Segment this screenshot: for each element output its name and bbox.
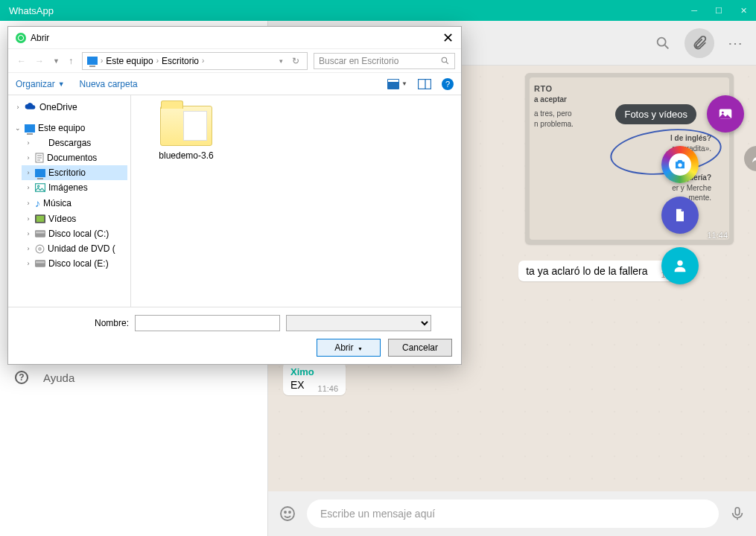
search-icon: [440, 56, 450, 66]
svg-point-21: [38, 185, 39, 187]
tree-descargas[interactable]: ›Descargas: [22, 135, 127, 150]
svg-point-4: [289, 511, 290, 513]
tree-este-equipo[interactable]: ⌄Este equipo: [11, 121, 127, 135]
svg-point-27: [39, 247, 41, 249]
search-icon[interactable]: [655, 35, 671, 51]
folder-icon: [160, 106, 212, 146]
svg-rect-23: [36, 216, 45, 222]
tree-dvd[interactable]: ›Unidad de DVD (: [22, 241, 127, 256]
fab-contact[interactable]: [661, 247, 699, 284]
monitor-icon: [87, 57, 98, 65]
tree-musica[interactable]: ›♪Música: [22, 195, 127, 211]
help-item[interactable]: ? Ayuda: [0, 360, 267, 395]
tree-disco-e[interactable]: ›Disco local (E:): [22, 256, 127, 271]
compose-bar: Escribe un mensaje aquí: [268, 491, 756, 536]
fab-photos[interactable]: [707, 95, 744, 133]
open-button[interactable]: Abrir ▼: [317, 339, 381, 357]
help-label: Ayuda: [43, 371, 74, 384]
tree-onedrive[interactable]: ›OneDrive: [11, 100, 127, 115]
chevron-down-icon[interactable]: ▼: [50, 56, 63, 66]
fab-document[interactable]: [661, 197, 699, 234]
svg-point-2: [281, 507, 294, 520]
folder-name: bluedemo-3.6: [159, 150, 213, 161]
help-icon: ?: [15, 371, 28, 384]
svg-point-8: [678, 163, 682, 167]
window-title: WhatsApp: [9, 5, 54, 16]
address-dropdown-icon[interactable]: ▾: [276, 56, 286, 66]
svg-point-3: [285, 511, 286, 513]
svg-point-0: [658, 37, 666, 45]
fab-label-photos: Fotos y vídeos: [615, 104, 696, 124]
svg-rect-25: [36, 232, 45, 233]
dialog-close-button[interactable]: ✕: [442, 30, 454, 46]
fab-camera[interactable]: [661, 146, 699, 183]
tree-videos[interactable]: ›Vídeos: [22, 211, 127, 226]
input-placeholder: Escribe un mensaje aquí: [320, 508, 435, 520]
search-input[interactable]: Buscar en Escritorio: [314, 53, 455, 69]
svg-rect-5: [735, 508, 740, 515]
svg-point-9: [677, 261, 682, 266]
menu-icon[interactable]: ⋯: [728, 34, 744, 52]
attach-button[interactable]: [684, 28, 714, 58]
tree-escritorio[interactable]: ›Escritorio: [22, 165, 127, 180]
sender-name: Ximo: [290, 366, 338, 377]
svg-point-10: [442, 57, 447, 63]
address-bar[interactable]: › Este equipo › Escritorio › ▾ ↻: [82, 52, 308, 70]
dialog-titlebar: Abrir ✕: [8, 27, 461, 49]
svg-rect-14: [419, 79, 431, 89]
nav-back-icon[interactable]: ←: [14, 54, 29, 68]
tree-imagenes[interactable]: ›Imágenes: [22, 180, 127, 195]
file-open-dialog: Abrir ✕ ← → ▼ ↑ › Este equipo › Escritor…: [7, 26, 462, 365]
organize-button[interactable]: Organizar ▼: [16, 79, 65, 89]
window-titlebar: WhatsApp ─ ☐ ✕: [0, 0, 756, 21]
svg-line-1: [665, 45, 669, 48]
close-window-button[interactable]: ✕: [740, 6, 747, 16]
filename-input[interactable]: [135, 315, 280, 331]
preview-pane-icon[interactable]: [418, 79, 431, 89]
view-mode-icon[interactable]: ▼: [387, 79, 407, 89]
help-icon[interactable]: ?: [442, 78, 454, 90]
whatsapp-icon: [16, 33, 26, 43]
mic-icon[interactable]: [729, 505, 746, 522]
folder-item[interactable]: bluedemo-3.6: [142, 106, 231, 161]
search-placeholder: Buscar en Escritorio: [319, 56, 398, 66]
maximize-button[interactable]: ☐: [715, 6, 722, 16]
dialog-title: Abrir: [31, 33, 49, 43]
svg-rect-24: [35, 230, 45, 237]
nav-up-icon[interactable]: ↑: [66, 54, 76, 68]
nav-forward-icon[interactable]: →: [32, 54, 47, 68]
message-input[interactable]: Escribe un mensaje aquí: [307, 500, 719, 528]
svg-rect-29: [36, 261, 45, 263]
emoji-icon[interactable]: [279, 505, 296, 523]
svg-rect-13: [388, 80, 398, 82]
forward-icon[interactable]: [744, 146, 756, 171]
tree-disco-c[interactable]: ›Disco local (C:): [22, 226, 127, 241]
filetype-select[interactable]: [286, 315, 431, 331]
svg-point-7: [722, 112, 724, 114]
minimize-button[interactable]: ─: [691, 6, 697, 16]
svg-rect-28: [35, 260, 45, 267]
attach-menu: Fotos y vídeos: [615, 95, 744, 284]
new-folder-button[interactable]: Nueva carpeta: [80, 79, 138, 89]
filename-label: Nombre:: [17, 318, 129, 328]
file-grid[interactable]: bluedemo-3.6: [131, 95, 461, 307]
folder-tree: ›OneDrive ⌄Este equipo ›Descargas ›Docum…: [8, 95, 131, 307]
message-bubble[interactable]: Ximo EX 11:46: [283, 362, 346, 395]
cancel-button[interactable]: Cancelar: [388, 339, 452, 357]
svg-point-26: [36, 245, 44, 253]
svg-line-11: [446, 62, 448, 64]
tree-documentos[interactable]: ›Documentos: [22, 150, 127, 165]
refresh-icon[interactable]: ↻: [289, 54, 302, 68]
